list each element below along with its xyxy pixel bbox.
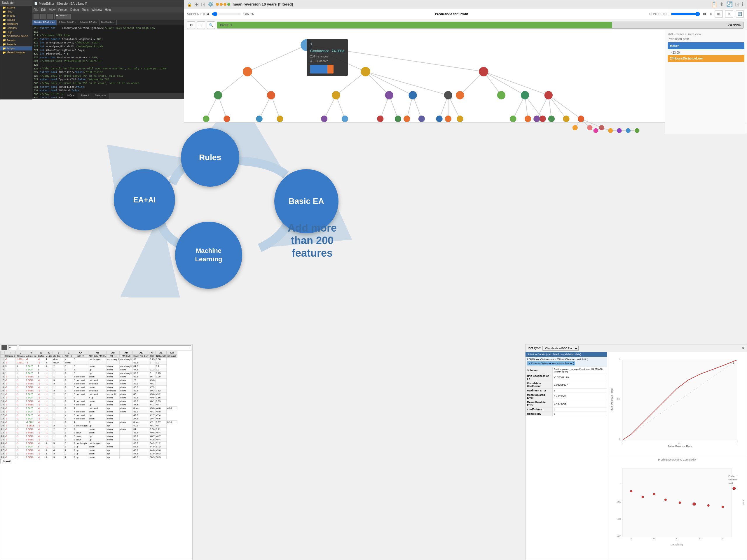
col-header-ad[interactable]: AD — [120, 351, 133, 355]
refresh-btn[interactable]: 🔄 — [736, 10, 744, 18]
tree-node-r3-7[interactable] — [578, 115, 584, 122]
col-header-al[interactable]: AL — [155, 351, 166, 355]
tree-node-r2-2[interactable] — [497, 91, 506, 99]
tree-node-l3-4[interactable] — [277, 115, 283, 122]
tree-node-fr-6[interactable] — [617, 128, 621, 133]
col-header-am[interactable]: AM — [166, 351, 177, 355]
tree-node-fr-2[interactable] — [587, 125, 592, 130]
tree-node-r3-1[interactable] — [510, 115, 516, 122]
rules-node[interactable]: Rules — [181, 128, 239, 187]
dt-nav-btn-1[interactable]: ⊞ — [194, 1, 199, 7]
ea-ai-node[interactable]: EA+AI — [114, 169, 175, 231]
tree-node-fr-3[interactable] — [599, 125, 604, 130]
dt-nav-btn-3[interactable]: ⚙️ — [208, 1, 213, 7]
nav-item-files[interactable]: 📁 Files — [0, 10, 32, 14]
tree-node-r2-1[interactable] — [456, 91, 464, 99]
tree-node-l3-1[interactable] — [203, 115, 209, 122]
tree-node-fr-5[interactable] — [608, 128, 613, 133]
grid-view-btn[interactable]: ⊞ — [715, 10, 723, 18]
menu-project[interactable]: Project — [58, 8, 68, 11]
pred-bar-distance[interactable]: 24HoursDistanceLow — [668, 55, 744, 62]
tree-node-l3-6[interactable] — [342, 115, 348, 122]
ml-node[interactable]: MachineLearning — [175, 222, 242, 289]
nav-item-experts[interactable]: 📁 Experts — [0, 5, 32, 10]
pred-bar-hours[interactable]: Hours — [668, 42, 744, 49]
tree-node-l3-13[interactable] — [457, 115, 463, 122]
menu-debug[interactable]: Debug — [70, 8, 79, 11]
tree-node-r3-4[interactable] — [534, 115, 540, 122]
tree-node-l3-8[interactable] — [395, 115, 401, 122]
tree-node-r3-6[interactable] — [563, 115, 569, 122]
support-slider[interactable] — [211, 12, 241, 16]
menu-view[interactable]: View — [49, 8, 55, 11]
tree-node-l2-1[interactable] — [214, 91, 222, 99]
ml-close-btn[interactable]: ✕ — [742, 347, 744, 350]
tree-node-l3-12[interactable] — [445, 115, 452, 122]
nav-item-indicators[interactable]: 📁 Indicators — [0, 22, 32, 26]
tree-node-l2-4[interactable] — [385, 91, 393, 99]
me-tab-project[interactable]: Project — [78, 93, 92, 99]
col-header-ac[interactable]: AC — [106, 351, 120, 355]
zoom-btn[interactable]: 🔍 — [207, 21, 215, 29]
tree-node-l3-11[interactable] — [436, 115, 442, 122]
tree-node-r2-4[interactable] — [544, 91, 553, 99]
formula-bar[interactable] — [19, 345, 191, 350]
toolbar-open[interactable] — [40, 14, 46, 19]
tree-node-fr-8[interactable] — [635, 128, 639, 133]
nav-item-presets[interactable]: 📁 Presets — [0, 38, 32, 42]
nav-item-include[interactable]: 📁 Include — [0, 18, 32, 22]
dt-action-btn-4[interactable]: ⊡ — [735, 1, 740, 7]
menu-help[interactable]: Help — [105, 8, 111, 11]
menu-edit[interactable]: Edit — [41, 8, 46, 11]
tree-node-r3-2[interactable] — [525, 115, 531, 122]
dt-nav-btn-2[interactable]: ⊡ — [201, 1, 205, 7]
nav-item-shared[interactable]: 📁 Shared Projects — [0, 50, 32, 55]
toolbar-save[interactable] — [47, 14, 53, 19]
tree-node-l3-3[interactable] — [256, 115, 262, 122]
tree-node-l3-5[interactable] — [321, 115, 327, 122]
col-header-ae[interactable]: AE — [133, 351, 149, 355]
col-header-t[interactable]: T — [5, 351, 16, 355]
list-view-btn[interactable]: ≡ — [725, 10, 733, 18]
tree-node-l1-1[interactable] — [243, 67, 252, 76]
tree-node-l2-5[interactable] — [409, 91, 417, 99]
tree-node-l1-3[interactable] — [479, 67, 488, 76]
file-tab-1[interactable]: B Band TrendF... — [57, 20, 78, 25]
crosshair-btn[interactable]: ✛ — [197, 21, 205, 29]
file-tab-2[interactable]: E.Bands EA-v3... — [78, 20, 100, 25]
menu-file[interactable]: File — [33, 8, 38, 11]
col-header-u[interactable]: U — [16, 351, 25, 355]
plot-type-select[interactable]: Classification ROC Plot — [542, 346, 578, 351]
toolbar-compile[interactable]: ▶ Compile — [56, 14, 71, 19]
me-tab-database[interactable]: Database — [92, 93, 110, 99]
nav-item-logs[interactable]: 📁 Logs — [0, 30, 32, 34]
nav-item-projects[interactable]: 📁 Projects — [0, 42, 32, 46]
dt-action-btn-2[interactable]: ⬆ — [720, 1, 724, 7]
tree-node-l3-10[interactable] — [418, 115, 425, 122]
col-header-ab[interactable]: AB — [88, 351, 106, 355]
tree-node-fr-7[interactable] — [626, 128, 630, 133]
tree-node-l3-2[interactable] — [224, 115, 230, 122]
cell-ref-input[interactable] — [8, 345, 17, 350]
tree-node-l2-6[interactable] — [444, 91, 452, 99]
col-header-x[interactable]: X — [45, 351, 53, 355]
file-tab-3[interactable]: Big Candle... — [100, 20, 117, 25]
menu-tools[interactable]: Tools — [82, 8, 88, 11]
spreadsheet-scroll[interactable]: T U V W X Y Z AA AB AC AD AE AF AL AM — [0, 351, 192, 459]
me-tab-mql4[interactable]: MQL4 — [65, 93, 78, 99]
tree-node-l1-2[interactable] — [361, 67, 370, 76]
dt-action-btn-5[interactable]: ℹ — [742, 1, 744, 7]
tree-node-r3-5[interactable] — [548, 115, 555, 122]
sheet-tab-sheet1[interactable]: Sheet1 — [0, 459, 14, 463]
code-editor[interactable]: 315 extern int LastDayWithoutNewHighLow=… — [32, 25, 186, 98]
tree-node-fr-4[interactable] — [594, 128, 598, 133]
col-header-y[interactable]: Y — [53, 351, 65, 355]
menu-window[interactable]: Window — [92, 8, 102, 11]
dt-action-btn-3[interactable]: 🔄 — [726, 1, 733, 7]
col-header-v[interactable]: V — [25, 351, 37, 355]
confidence-slider[interactable] — [671, 12, 700, 16]
dt-tree-area[interactable]: 1 Confidence: 74.99% 254 instances 4.21%… — [184, 30, 665, 134]
tree-node-l3-9[interactable] — [404, 115, 410, 122]
nav-item-libraries[interactable]: 📁 Libraries — [0, 26, 32, 30]
col-header-aa[interactable]: AA — [73, 351, 88, 355]
